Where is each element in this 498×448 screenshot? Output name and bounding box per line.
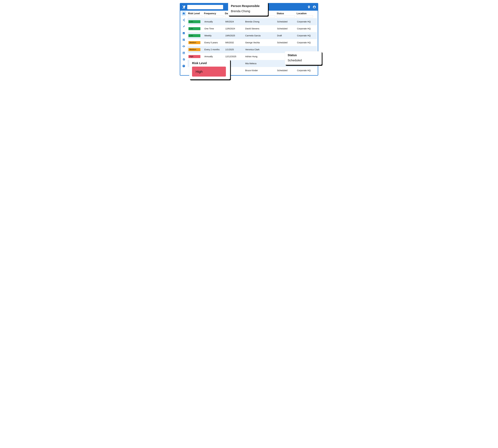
col-filter-frequency[interactable] (204, 16, 223, 17)
cell-frequency: Every 2 months (204, 48, 225, 51)
sidebar-item-calendar[interactable] (182, 51, 186, 55)
callout-risk-badge: High (192, 67, 226, 77)
table-row[interactable]: LowAnnually9/6/2024Brenda ChongScheduled… (188, 18, 317, 25)
callout-risk: Risk Level High (189, 59, 230, 79)
location-pin-icon (307, 5, 311, 9)
cell-date: 19/6/2025 (225, 34, 245, 37)
cell-person: Brenda Chong (245, 20, 277, 23)
cell-status: Draft (277, 34, 297, 37)
col-header-location[interactable]: Location (297, 12, 315, 16)
share-icon (182, 18, 185, 21)
cell-person: David Stevens (245, 27, 277, 30)
cell-date: 12/12/2025 (225, 55, 245, 58)
user-circle-icon (313, 5, 316, 9)
cell-date: 9/6/2032 (225, 41, 245, 44)
sidebar-item-pin[interactable] (182, 24, 186, 29)
cell-frequency: Weekly (204, 34, 225, 37)
cell-location: Corporate HQ (297, 34, 315, 37)
risk-badge: High (188, 55, 200, 58)
cell-status: Scheduled (277, 20, 297, 23)
logo-icon (182, 5, 186, 9)
sidebar-item-home[interactable] (182, 11, 186, 16)
grid-icon (182, 38, 185, 41)
sidebar-item-visibility[interactable] (182, 44, 186, 48)
callout-risk-title: Risk Level (192, 62, 227, 65)
sidebar-item-help[interactable]: ? (182, 64, 186, 68)
cell-status: Scheduled (277, 69, 297, 72)
col-filter-date[interactable] (225, 16, 243, 17)
home-icon (182, 12, 185, 15)
cell-status: Scheduled (277, 27, 297, 30)
app-logo[interactable] (182, 5, 186, 9)
help-circle-icon: ? (182, 64, 185, 67)
table-row[interactable]: LowWeekly19/6/2025Carmela GarciaDraftCor… (188, 32, 317, 39)
sidebar-item-tasks[interactable] (182, 31, 186, 35)
callout-status: Status Scheduled (285, 51, 322, 65)
cell-location: Corporate HQ (297, 27, 315, 30)
cell-person: Veronica Clark (245, 48, 277, 51)
col-filter-person[interactable] (245, 16, 275, 17)
risk-badge: Low (188, 34, 200, 37)
table-row[interactable]: LowOne Time12/6/2024David StevensSchedul… (188, 25, 317, 32)
callout-person-value: Brenda Chong (231, 9, 265, 13)
sidebar-item-dashboard[interactable] (182, 37, 186, 42)
callout-person: Person Responsible Brenda Chong (228, 2, 268, 16)
cell-person: George Vechia (245, 41, 277, 44)
cell-date: 9/6/2024 (225, 20, 245, 23)
cell-location: Corporate HQ (297, 20, 315, 23)
cell-frequency: Annually (204, 55, 225, 58)
calendar-icon (182, 51, 185, 54)
account-button[interactable] (312, 5, 316, 9)
risk-badge: Medium (188, 48, 200, 51)
cell-person: Mia Meleca (245, 62, 277, 65)
cell-location: Corporate HQ (297, 69, 315, 72)
sidebar-item-settings[interactable] (182, 57, 186, 62)
gear-icon (182, 58, 185, 61)
search-input[interactable] (187, 5, 223, 9)
col-filter-status[interactable] (277, 16, 295, 17)
col-header-status[interactable]: Status (277, 12, 297, 16)
cell-person: Adrian Hung (245, 55, 277, 58)
cell-person: Bruce Kinder (245, 69, 277, 72)
risk-badge: Low (188, 27, 200, 30)
cell-location: Corporate HQ (297, 41, 315, 44)
callout-risk-value: High (196, 70, 203, 74)
cell-date: 12/6/2024 (225, 27, 245, 30)
cell-date: 1/1/2025 (225, 48, 245, 51)
col-header-risk[interactable]: Risk Level (188, 12, 204, 16)
col-filter-location[interactable] (297, 16, 313, 17)
sidebar-item-share[interactable] (182, 18, 186, 22)
cell-frequency: One Time (204, 27, 225, 30)
sidebar: ? (180, 11, 187, 75)
table-row[interactable]: MediumEvery 5 years9/6/2032George Vechia… (188, 39, 317, 46)
callout-person-title: Person Responsible (231, 4, 265, 8)
cell-status: Scheduled (277, 41, 297, 44)
location-button[interactable] (307, 5, 311, 9)
pin-icon (182, 24, 186, 29)
cell-frequency: Every 5 years (204, 41, 225, 44)
cell-person: Carmela Garcia (245, 34, 277, 37)
cell-frequency: Annually (204, 20, 225, 23)
svg-text:?: ? (183, 65, 184, 67)
risk-badge: Low (188, 20, 200, 23)
callout-status-title: Status (288, 53, 319, 57)
col-filter-risk[interactable] (188, 16, 202, 17)
check-square-icon (182, 32, 185, 35)
risk-badge: Medium (188, 41, 200, 44)
callout-status-value: Scheduled (288, 59, 319, 62)
app-window: ? Risk Level Frequency Date Person (180, 3, 318, 76)
eye-icon (182, 45, 185, 48)
col-header-frequency[interactable]: Frequency (204, 12, 225, 16)
